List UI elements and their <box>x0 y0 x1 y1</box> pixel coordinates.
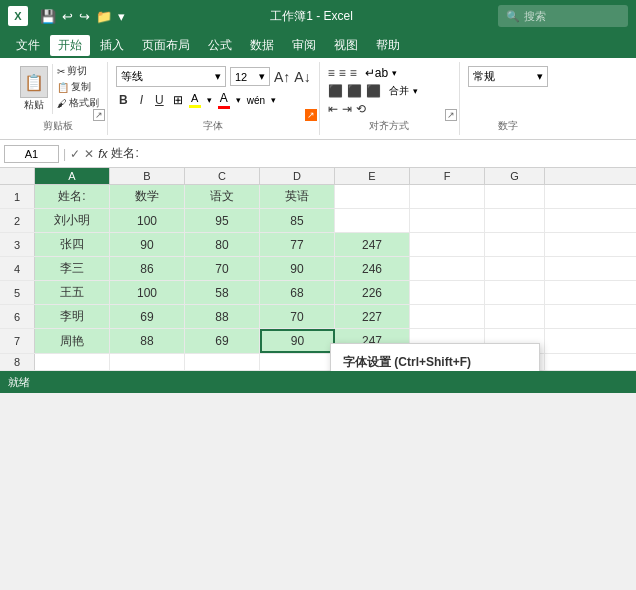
open-icon[interactable]: 📁 <box>96 9 112 24</box>
cell-e5[interactable]: 226 <box>335 281 410 304</box>
cell-a3[interactable]: 张四 <box>35 233 110 256</box>
cell-d8[interactable] <box>260 354 335 370</box>
cell-e3[interactable]: 247 <box>335 233 410 256</box>
wen-button[interactable]: wén <box>247 95 265 106</box>
align-center-button[interactable]: ⬛ <box>347 84 362 98</box>
cell-d6[interactable]: 70 <box>260 305 335 328</box>
col-header-e[interactable]: E <box>335 168 410 184</box>
cell-g5[interactable] <box>485 281 545 304</box>
cell-c2[interactable]: 95 <box>185 209 260 232</box>
cell-c8[interactable] <box>185 354 260 370</box>
cell-c1[interactable]: 语文 <box>185 185 260 208</box>
cell-b5[interactable]: 100 <box>110 281 185 304</box>
menu-insert[interactable]: 插入 <box>92 35 132 56</box>
cell-b4[interactable]: 86 <box>110 257 185 280</box>
more-icon[interactable]: ▾ <box>118 9 125 24</box>
cell-e6[interactable]: 227 <box>335 305 410 328</box>
font-name-selector[interactable]: 等线 ▾ <box>116 66 226 87</box>
align-top-right-button[interactable]: ≡ <box>350 66 357 80</box>
cell-b8[interactable] <box>110 354 185 370</box>
cell-d3[interactable]: 77 <box>260 233 335 256</box>
cell-d1[interactable]: 英语 <box>260 185 335 208</box>
cell-c5[interactable]: 58 <box>185 281 260 304</box>
text-direction-button[interactable]: ⟲ <box>356 102 366 116</box>
menu-help[interactable]: 帮助 <box>368 35 408 56</box>
cell-f6[interactable] <box>410 305 485 328</box>
cell-g6[interactable] <box>485 305 545 328</box>
cell-g3[interactable] <box>485 233 545 256</box>
decrease-indent-button[interactable]: ⇤ <box>328 102 338 116</box>
cell-b1[interactable]: 数学 <box>110 185 185 208</box>
cell-c3[interactable]: 80 <box>185 233 260 256</box>
fill-dropdown-icon[interactable]: ▾ <box>207 95 212 105</box>
cell-b3[interactable]: 90 <box>110 233 185 256</box>
bold-button[interactable]: B <box>116 92 131 108</box>
cell-c7[interactable]: 69 <box>185 329 260 353</box>
align-top-left-button[interactable]: ≡ <box>328 66 335 80</box>
cell-a5[interactable]: 王五 <box>35 281 110 304</box>
formula-cross-icon[interactable]: ✕ <box>84 147 94 161</box>
menu-data[interactable]: 数据 <box>242 35 282 56</box>
cell-g2[interactable] <box>485 209 545 232</box>
save-icon[interactable]: 💾 <box>40 9 56 24</box>
col-header-g[interactable]: G <box>485 168 545 184</box>
cell-e1[interactable] <box>335 185 410 208</box>
formula-check-icon[interactable]: ✓ <box>70 147 80 161</box>
col-header-b[interactable]: B <box>110 168 185 184</box>
italic-button[interactable]: I <box>137 92 146 108</box>
cut-button[interactable]: ✂ 剪切 <box>57 64 99 78</box>
font-color-dropdown-icon[interactable]: ▾ <box>236 95 241 105</box>
cell-d7[interactable]: 90 <box>260 329 335 353</box>
merge-dropdown-icon[interactable]: ▾ <box>413 86 418 96</box>
menu-page-layout[interactable]: 页面布局 <box>134 35 198 56</box>
number-format-selector[interactable]: 常规 ▾ <box>468 66 548 87</box>
col-header-c[interactable]: C <box>185 168 260 184</box>
formula-fx-icon[interactable]: fx <box>98 147 107 161</box>
cell-a2[interactable]: 刘小明 <box>35 209 110 232</box>
cell-f2[interactable] <box>410 209 485 232</box>
col-header-a[interactable]: A <box>35 168 110 184</box>
font-color-button[interactable]: A <box>218 91 230 109</box>
cell-e2[interactable] <box>335 209 410 232</box>
cell-e4[interactable]: 246 <box>335 257 410 280</box>
cell-f4[interactable] <box>410 257 485 280</box>
cell-a1[interactable]: 姓名: <box>35 185 110 208</box>
cell-f1[interactable] <box>410 185 485 208</box>
fill-color-button[interactable]: A <box>189 92 201 108</box>
cell-g4[interactable] <box>485 257 545 280</box>
cell-reference[interactable]: A1 <box>4 145 59 163</box>
border-button[interactable]: ⊞ <box>173 93 183 107</box>
col-header-d[interactable]: D <box>260 168 335 184</box>
cell-c4[interactable]: 70 <box>185 257 260 280</box>
cell-d4[interactable]: 90 <box>260 257 335 280</box>
wrap-dropdown-icon[interactable]: ▾ <box>392 68 397 78</box>
undo-icon[interactable]: ↩ <box>62 9 73 24</box>
align-right-button[interactable]: ⬛ <box>366 84 381 98</box>
cell-c6[interactable]: 88 <box>185 305 260 328</box>
align-left-button[interactable]: ⬛ <box>328 84 343 98</box>
menu-review[interactable]: 审阅 <box>284 35 324 56</box>
search-box[interactable]: 🔍 搜索 <box>498 5 628 27</box>
menu-home[interactable]: 开始 <box>50 35 90 56</box>
cell-g1[interactable] <box>485 185 545 208</box>
cell-a6[interactable]: 李明 <box>35 305 110 328</box>
merge-button[interactable]: 合并 <box>389 84 409 98</box>
menu-formula[interactable]: 公式 <box>200 35 240 56</box>
font-decrease-button[interactable]: A↓ <box>294 69 310 85</box>
format-painter-button[interactable]: 🖌 格式刷 <box>57 96 99 110</box>
underline-button[interactable]: U <box>152 92 167 108</box>
menu-view[interactable]: 视图 <box>326 35 366 56</box>
col-header-f[interactable]: F <box>410 168 485 184</box>
copy-button[interactable]: 📋 复制 <box>57 80 99 94</box>
cell-d2[interactable]: 85 <box>260 209 335 232</box>
cell-a4[interactable]: 李三 <box>35 257 110 280</box>
cell-a7[interactable]: 周艳 <box>35 329 110 353</box>
font-increase-button[interactable]: A↑ <box>274 69 290 85</box>
font-size-selector[interactable]: 12 ▾ <box>230 67 270 86</box>
redo-icon[interactable]: ↪ <box>79 9 90 24</box>
cell-a8[interactable] <box>35 354 110 370</box>
increase-indent-button[interactable]: ⇥ <box>342 102 352 116</box>
paste-button[interactable]: 📋 粘贴 <box>16 64 53 114</box>
cell-f5[interactable] <box>410 281 485 304</box>
cell-b6[interactable]: 69 <box>110 305 185 328</box>
